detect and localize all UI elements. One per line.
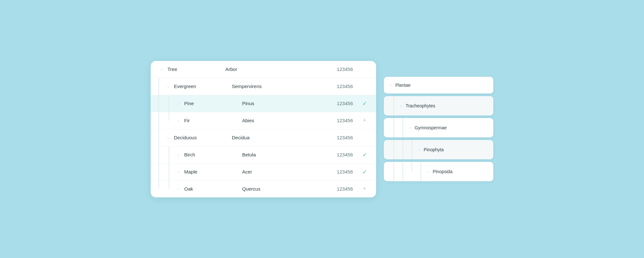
tree-label-evergreen: Evergreen bbox=[174, 84, 213, 89]
tree-code-oak: 123456 bbox=[327, 186, 353, 192]
tree-latin-fir: Abies bbox=[223, 118, 327, 123]
chevron-down-icon[interactable]: ⌄ bbox=[158, 66, 165, 73]
tree-row-oak: › Oak Quercus 123456 + bbox=[151, 181, 376, 197]
right-label-pinopsida: Pinopsida bbox=[433, 169, 453, 174]
tree-code-deciduous: 123456 bbox=[327, 135, 353, 140]
tree-label-oak: Oak bbox=[184, 186, 223, 192]
right-card-pinopsida[interactable]: › Pinopsida bbox=[384, 162, 493, 181]
chevron-right-icon: › bbox=[428, 170, 429, 174]
tree-row-pine: › Pine Pinus 123456 ✓ bbox=[151, 95, 376, 112]
tree-label-maple: Maple bbox=[184, 169, 223, 174]
right-card-pinophyta[interactable]: › Pinophyta bbox=[384, 140, 493, 159]
tree-row-deciduous: ⌄ Deciduous Decidua 123456 bbox=[151, 129, 376, 146]
tree-panel: ⌄ Tree Arbor 123456 ⌄ Evergreen Sempervi… bbox=[151, 61, 376, 197]
check-icon: ✓ bbox=[361, 100, 368, 107]
right-label-plantae: Plantae bbox=[395, 83, 411, 88]
tree-code-tree: 123456 bbox=[327, 66, 353, 72]
right-label-pinophyta: Pinophyta bbox=[424, 147, 444, 152]
tree-code-evergreen: 123456 bbox=[327, 84, 353, 89]
tree-label-pine: Pine bbox=[184, 101, 223, 106]
check-icon: ✓ bbox=[361, 151, 368, 159]
tree-label-deciduous: Deciduous bbox=[174, 135, 213, 140]
tree-row-birch: › Birch Betula 123456 ✓ bbox=[151, 146, 376, 164]
tree-code-pine: 123456 bbox=[327, 101, 353, 106]
tree-code-birch: 123456 bbox=[327, 152, 353, 157]
chevron-right-icon[interactable]: › bbox=[175, 117, 182, 124]
tree-label-fir: Fir bbox=[184, 118, 223, 123]
check-icon: ✓ bbox=[361, 168, 368, 176]
right-card-plantae[interactable]: › Plantae bbox=[384, 77, 493, 94]
chevron-right-icon[interactable]: › bbox=[175, 100, 182, 107]
right-label-gymnospermae: Gymnospermae bbox=[415, 125, 447, 130]
tree-action-tree bbox=[361, 65, 368, 73]
chevron-right-icon[interactable]: › bbox=[175, 152, 182, 158]
plus-icon[interactable]: + bbox=[361, 117, 368, 124]
chevron-right-icon: › bbox=[410, 126, 411, 130]
right-card-tracheophytes[interactable]: › Tracheophytes bbox=[384, 96, 493, 115]
taxonomy-panel: › Plantae › Tracheophytes › Gymnospermae… bbox=[384, 77, 493, 181]
tree-row-evergreen: ⌄ Evergreen Sempervirens 123456 bbox=[151, 78, 376, 95]
right-card-gymnospermae[interactable]: › Gymnospermae bbox=[384, 118, 493, 137]
plus-icon[interactable]: + bbox=[361, 185, 368, 193]
tree-row-maple: › Maple Acer 123456 ✓ bbox=[151, 164, 376, 181]
tree-latin-pine: Pinus bbox=[223, 101, 327, 106]
tree-action-evergreen bbox=[361, 83, 368, 90]
tree-latin-birch: Betula bbox=[223, 152, 327, 157]
tree-label-birch: Birch bbox=[184, 152, 223, 157]
tree-row-fir: › Fir Abies 123456 + bbox=[151, 112, 376, 129]
tree-row-tree: ⌄ Tree Arbor 123456 bbox=[151, 61, 376, 78]
tree-latin-maple: Acer bbox=[223, 169, 327, 174]
chevron-down-icon[interactable]: ⌄ bbox=[165, 134, 171, 141]
right-label-tracheophytes: Tracheophytes bbox=[406, 103, 435, 108]
tree-latin-deciduous: Decidua bbox=[213, 135, 327, 140]
tree-action-deciduous bbox=[361, 134, 368, 142]
chevron-right-icon: › bbox=[401, 104, 402, 108]
chevron-right-icon[interactable]: › bbox=[175, 169, 182, 175]
chevron-right-icon: › bbox=[419, 148, 420, 152]
chevron-down-icon[interactable]: ⌄ bbox=[165, 83, 171, 90]
tree-latin-tree: Arbor bbox=[206, 66, 327, 72]
tree-latin-oak: Quercus bbox=[223, 186, 327, 192]
tree-code-fir: 123456 bbox=[327, 118, 353, 123]
tree-code-maple: 123456 bbox=[327, 169, 353, 174]
chevron-right-icon: › bbox=[390, 83, 392, 87]
chevron-right-icon[interactable]: › bbox=[175, 186, 182, 192]
tree-label-tree: Tree bbox=[167, 66, 206, 72]
tree-latin-evergreen: Sempervirens bbox=[213, 84, 327, 89]
